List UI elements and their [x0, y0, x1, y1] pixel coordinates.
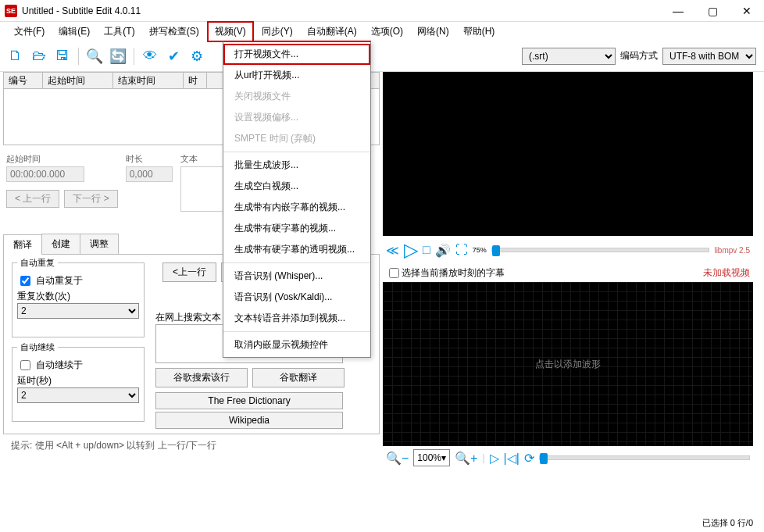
free-dictionary-button[interactable]: The Free Dictionary [155, 392, 343, 409]
new-file-icon[interactable]: 🗋 [5, 45, 27, 67]
auto-continue-title: 自动继续 [17, 342, 58, 352]
app-logo: SE [5, 5, 17, 17]
menu-item[interactable]: 语音识别 (Vosk/Kaldi)... [223, 287, 370, 308]
duration-input[interactable] [126, 166, 173, 182]
google-search-button[interactable]: 谷歌搜索该行 [155, 368, 248, 387]
play-prev-button[interactable]: <上一行 [162, 262, 216, 282]
title-bar: SE Untitled - Subtitle Edit 4.0.11 — ▢ ✕ [0, 0, 764, 22]
menu-item[interactable]: 生成带有硬字幕的视频... [223, 218, 370, 239]
start-time-label: 起始时间 [6, 153, 118, 165]
maximize-button[interactable]: ▢ [695, 0, 730, 22]
zoom-out-icon[interactable]: 🔍− [386, 451, 409, 466]
menu-tools[interactable]: 工具(T) [98, 23, 141, 41]
video-lib-label: libmpv 2.5 [714, 246, 750, 255]
hint-text: 提示: 使用 <Alt + up/down> 以转到 上一行/下一行 [3, 434, 380, 457]
delay-label: 延时(秒) [17, 374, 139, 387]
play-icon[interactable]: ▷ [404, 239, 418, 261]
repeat-count-label: 重复次数(次) [17, 290, 139, 303]
menu-item[interactable]: 生成空白视频... [223, 176, 370, 197]
toolbar-separator [78, 48, 79, 65]
menu-item[interactable]: 打开视频文件... [223, 44, 370, 65]
menu-item[interactable]: 语音识别 (Whisper)... [223, 266, 370, 287]
waveform-placeholder: 点击以添加波形 [535, 358, 601, 371]
fullscreen-icon[interactable]: ⛶ [455, 243, 468, 257]
col-number[interactable]: 编号 [4, 73, 43, 88]
video-menu-dropdown: 打开视频文件...从url打开视频...关闭视频文件设置视频偏移...SMPTE… [223, 41, 371, 358]
save-icon[interactable]: 🖫 [52, 45, 73, 67]
stop-icon[interactable]: □ [423, 243, 430, 257]
col-dur[interactable]: 时 [184, 73, 207, 88]
menu-bar: 文件(F) 编辑(E) 工具(T) 拼写检查(S) 视频(V) 同步(Y) 自动… [0, 22, 764, 41]
menu-item: 关闭视频文件 [223, 86, 370, 107]
encoding-select[interactable]: UTF-8 with BOM [662, 48, 756, 65]
toolbar-separator [134, 48, 134, 65]
start-time-input[interactable] [6, 166, 84, 182]
auto-continue-checkbox[interactable] [20, 360, 30, 370]
open-file-icon[interactable]: 🗁 [28, 45, 50, 67]
replace-icon[interactable]: 🔄 [107, 45, 129, 67]
menu-item: 设置视频偏移... [223, 107, 370, 128]
menu-item[interactable]: 生成带有内嵌字幕的视频... [223, 197, 370, 218]
menu-item: SMPTE 时间 (弃帧) [223, 128, 370, 149]
minimize-button[interactable]: — [661, 0, 695, 22]
repeat-count-select[interactable]: 2 [17, 303, 139, 319]
menu-video[interactable]: 视频(V) [207, 21, 254, 42]
waveform-area[interactable]: 点击以添加波形 [383, 282, 753, 446]
no-video-label: 未加载视频 [703, 266, 750, 280]
step-back-icon[interactable]: ≪ [386, 243, 399, 258]
col-start[interactable]: 起始时间 [43, 73, 113, 88]
speed-pct: 75% [473, 246, 487, 254]
video-controls: ≪ ▷ □ 🔊 ⛶ 75% libmpv 2.5 [383, 236, 753, 264]
tab-create[interactable]: 创建 [41, 234, 80, 254]
menu-spellcheck[interactable]: 拼写检查(S) [143, 23, 205, 41]
speed-slider[interactable] [491, 248, 710, 252]
volume-icon[interactable]: 🔊 [435, 243, 451, 258]
search-icon[interactable]: 🔍 [84, 45, 105, 67]
tab-translate[interactable]: 翻译 [3, 234, 42, 255]
settings-icon[interactable]: ⚙ [186, 45, 208, 67]
zoom-select[interactable]: 100% ▾ [413, 449, 450, 466]
col-end[interactable]: 结束时间 [113, 73, 184, 88]
menu-options[interactable]: 选项(O) [365, 23, 409, 41]
auto-repeat-checkbox[interactable] [20, 276, 30, 286]
status-bar: 已选择 0 行/0 [699, 514, 756, 532]
menu-sync[interactable]: 同步(Y) [255, 23, 299, 41]
menu-help[interactable]: 帮助(H) [457, 23, 502, 41]
auto-continue-label: 自动继续于 [36, 359, 83, 372]
menu-item[interactable]: 批量生成波形... [223, 155, 370, 176]
visual-sync-icon[interactable]: 👁 [139, 45, 161, 67]
select-current-time-label: 选择当前播放时刻的字幕 [402, 266, 505, 280]
zoom-in-icon[interactable]: 🔍+ [455, 451, 477, 466]
menu-item[interactable]: 从url打开视频... [223, 65, 370, 86]
wikipedia-button[interactable]: Wikipedia [155, 412, 343, 429]
menu-item[interactable]: 文本转语音并添加到视频... [223, 308, 370, 329]
format-select[interactable]: (.srt) [522, 48, 616, 65]
duration-label: 时长 [126, 153, 173, 165]
toolbar: 🗋 🗁 🖫 🔍 🔄 👁 ✔ ⚙ (.srt) 编码方式 UTF-8 with B… [0, 41, 764, 72]
select-current-time-checkbox[interactable] [389, 268, 399, 278]
menu-item[interactable]: 取消内嵌显示视频控件 [223, 334, 370, 355]
waveform-seek-slider[interactable] [539, 455, 750, 460]
delay-select[interactable]: 2 [17, 387, 139, 403]
encoding-label: 编码方式 [620, 49, 658, 62]
menu-network[interactable]: 网络(N) [411, 23, 455, 41]
prev-line-button[interactable]: < 上一行 [6, 190, 59, 208]
tab-adjust[interactable]: 调整 [80, 234, 119, 254]
next-line-button[interactable]: 下一行 > [64, 190, 117, 208]
wave-loop-icon[interactable]: ⟳ [524, 451, 534, 466]
menu-auto-translate[interactable]: 自动翻译(A) [301, 23, 363, 41]
close-button[interactable]: ✕ [730, 0, 764, 22]
video-preview[interactable] [383, 72, 753, 236]
google-translate-button[interactable]: 谷歌翻译 [252, 368, 345, 387]
window-title: Untitled - Subtitle Edit 4.0.11 [22, 5, 141, 16]
wave-position-icon[interactable]: |◁| [504, 451, 519, 466]
spellcheck-icon[interactable]: ✔ [162, 45, 184, 67]
auto-repeat-title: 自动重复 [17, 258, 58, 267]
menu-item[interactable]: 生成带有硬字幕的透明视频... [223, 239, 370, 260]
auto-repeat-label: 自动重复于 [36, 274, 83, 287]
wave-play-icon[interactable]: ▷ [490, 451, 499, 466]
menu-edit[interactable]: 编辑(E) [52, 23, 96, 41]
menu-file[interactable]: 文件(F) [8, 23, 51, 41]
